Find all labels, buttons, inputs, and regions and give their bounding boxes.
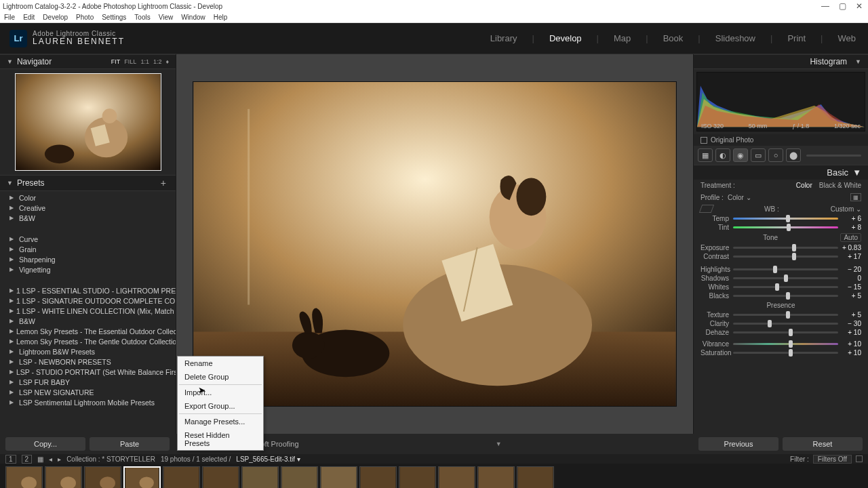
menu-photo[interactable]: Photo xyxy=(76,14,94,21)
preset-group[interactable]: ▶Curve xyxy=(0,234,176,244)
collection-label[interactable]: Collection : * STORYTELLER xyxy=(66,455,155,463)
crop-tool-icon[interactable]: ▦ xyxy=(698,148,713,162)
secondary-display-2-icon[interactable]: 2 xyxy=(22,455,33,464)
context-import[interactable]: Import... xyxy=(178,386,263,399)
histogram-graph[interactable]: ISO 320 50 mm ƒ / 1.8 1/320 sec xyxy=(696,72,865,131)
spot-tool-icon[interactable]: ◐ xyxy=(715,148,730,162)
nav-back-icon[interactable]: ◂ xyxy=(49,455,52,463)
tint-slider[interactable] xyxy=(733,226,838,228)
add-preset-button[interactable]: + xyxy=(161,178,169,188)
shadows-slider[interactable] xyxy=(733,277,838,279)
menu-window[interactable]: Window xyxy=(181,14,205,21)
menu-develop[interactable]: Develop xyxy=(43,14,68,21)
filmstrip-thumb[interactable] xyxy=(399,466,436,488)
preset-group[interactable]: ▶Vignetting xyxy=(0,264,176,274)
module-print[interactable]: Print xyxy=(785,32,808,45)
zoom-fill[interactable]: FILL xyxy=(124,58,136,65)
wb-select[interactable]: Custom ⌄ xyxy=(831,205,861,213)
dehaze-slider[interactable] xyxy=(733,331,838,333)
preset-group[interactable]: ▶LSP - STUDIO PORTRAIT (Set White Balanc… xyxy=(0,367,176,377)
filmstrip-thumb[interactable] xyxy=(202,466,239,488)
gradient-tool-icon[interactable]: ▭ xyxy=(751,148,766,162)
context-export-group[interactable]: Export Group... xyxy=(178,399,263,413)
blacks-slider[interactable] xyxy=(733,295,838,297)
filmstrip-thumb[interactable] xyxy=(320,466,357,488)
highlights-slider[interactable] xyxy=(733,268,838,270)
filmstrip-thumb[interactable] xyxy=(45,466,82,488)
profile-select[interactable]: Color ⌄ xyxy=(728,194,751,201)
whites-slider[interactable] xyxy=(733,286,838,288)
preset-group[interactable]: ▶Lightroom B&W Presets xyxy=(0,346,176,357)
nav-fwd-icon[interactable]: ▸ xyxy=(58,455,61,463)
radial-tool-icon[interactable]: ○ xyxy=(768,148,783,162)
zoom-1to1[interactable]: 1:1 xyxy=(140,58,149,65)
brush-tool-icon[interactable]: ⬤ xyxy=(786,148,801,162)
zoom-custom[interactable]: 1:2 xyxy=(153,58,162,65)
grid-view-icon[interactable]: ▦ xyxy=(37,455,43,463)
vibrance-slider[interactable] xyxy=(733,343,838,345)
basic-panel-header[interactable]: Basic ▼ xyxy=(694,165,868,180)
filmstrip-thumb-selected[interactable] xyxy=(123,466,161,488)
menu-tools[interactable]: Tools xyxy=(134,14,150,21)
filmstrip[interactable] xyxy=(0,464,868,488)
menu-settings[interactable]: Settings xyxy=(102,14,126,21)
context-rename[interactable]: Rename xyxy=(178,357,263,370)
auto-tone-button[interactable]: Auto xyxy=(840,233,861,242)
treatment-color[interactable]: Color xyxy=(796,182,812,189)
secondary-display-icon[interactable]: 1 xyxy=(5,455,16,464)
preset-group[interactable]: ▶Grain xyxy=(0,244,176,254)
preset-group[interactable]: ▶Lemon Sky Presets - The Gentle Outdoor … xyxy=(0,336,176,346)
maximize-button[interactable]: ▢ xyxy=(839,1,846,11)
navigator-thumbnail[interactable] xyxy=(0,69,176,175)
module-develop[interactable]: Develop xyxy=(547,32,585,45)
filmstrip-thumb[interactable] xyxy=(477,466,515,488)
exposure-slider[interactable] xyxy=(733,247,838,249)
module-map[interactable]: Map xyxy=(611,32,633,45)
toolbar-menu-icon[interactable]: ▼ xyxy=(496,441,502,447)
context-reset-hidden[interactable]: Reset Hidden Presets xyxy=(178,428,263,450)
profile-browser-icon[interactable]: ▦ xyxy=(850,193,861,201)
current-filename[interactable]: LSP_5665-Edit-3.tif ▾ xyxy=(236,455,300,463)
filmstrip-thumb[interactable] xyxy=(163,466,200,488)
filmstrip-thumb[interactable] xyxy=(359,466,397,488)
previous-button[interactable]: Previous xyxy=(698,437,778,451)
saturation-slider[interactable] xyxy=(733,352,838,354)
preset-group[interactable]: ▶Lemon Sky Presets - The Essential Outdo… xyxy=(0,326,176,336)
context-manage-presets[interactable]: Manage Presets... xyxy=(178,415,263,428)
texture-slider[interactable] xyxy=(733,314,838,316)
close-button[interactable]: ✕ xyxy=(856,1,863,11)
module-library[interactable]: Library xyxy=(488,32,520,45)
minimize-button[interactable]: — xyxy=(821,1,829,11)
module-web[interactable]: Web xyxy=(835,32,859,45)
menu-help[interactable]: Help xyxy=(214,14,228,21)
contrast-slider[interactable] xyxy=(733,256,838,258)
filmstrip-thumb[interactable] xyxy=(281,466,318,488)
filmstrip-thumb[interactable] xyxy=(241,466,279,488)
presets-header[interactable]: ▼ Presets + xyxy=(0,175,176,191)
zoom-menu-icon[interactable]: ♦ xyxy=(165,58,169,65)
preset-group[interactable]: ▶B&W xyxy=(0,316,176,326)
treatment-bw[interactable]: Black & White xyxy=(819,182,861,189)
preset-group[interactable]: ▶LSP - NEWBORN PRESETS xyxy=(0,357,176,367)
zoom-fit[interactable]: FIT xyxy=(111,58,121,65)
wb-picker-icon[interactable] xyxy=(699,205,714,213)
mask-amount-slider[interactable] xyxy=(806,155,861,157)
preset-group[interactable]: ▶LSP NEW SIGNATURE xyxy=(0,387,176,397)
preset-group[interactable]: ▶Sharpening xyxy=(0,254,176,264)
preset-group[interactable]: ▶1 LSP - ESSENTIAL STUDIO - LIGHTROOM PR… xyxy=(0,285,176,296)
redeye-tool-icon[interactable]: ◉ xyxy=(733,148,748,162)
filmstrip-thumb[interactable] xyxy=(5,466,43,488)
filmstrip-thumb[interactable] xyxy=(438,466,475,488)
preset-group[interactable]: ▶Color xyxy=(0,192,176,203)
preset-group[interactable]: ▶Creative xyxy=(0,203,176,213)
paste-button[interactable]: Paste xyxy=(90,437,170,451)
preset-group[interactable]: ▶LSP FUR BABY xyxy=(0,377,176,387)
menu-edit[interactable]: Edit xyxy=(23,14,35,21)
copy-button[interactable]: Copy... xyxy=(5,437,85,451)
navigator-header[interactable]: ▼ Navigator FIT FILL 1:1 1:2 ♦ xyxy=(0,54,176,69)
original-photo-checkbox[interactable] xyxy=(701,137,707,144)
reset-button[interactable]: Reset xyxy=(783,437,863,451)
module-book[interactable]: Book xyxy=(660,32,686,45)
filmstrip-thumb[interactable] xyxy=(517,466,554,488)
menu-view[interactable]: View xyxy=(159,14,174,21)
